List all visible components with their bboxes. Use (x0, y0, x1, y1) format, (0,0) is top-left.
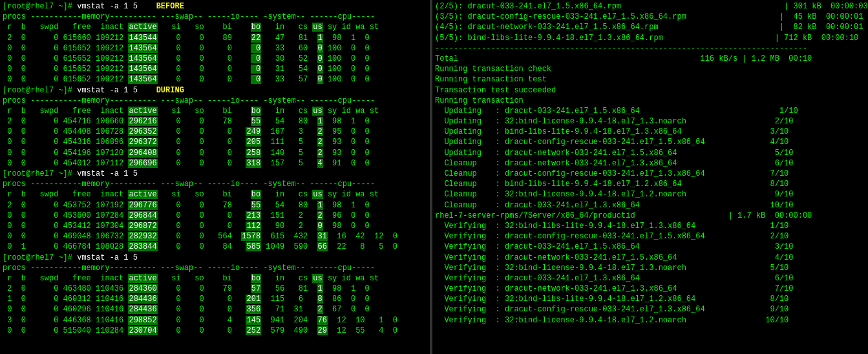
right-verify-5: Verifying : 32:bind-license-9.9.4-18.el7… (435, 263, 865, 273)
us-val: 1 (317, 284, 323, 293)
during-row-1: 2 0 0 454716 106660 296216 0 0 78 55 54 … (3, 116, 427, 127)
right-txn-check: Running transaction check (435, 64, 865, 74)
us-val: 1 (317, 117, 323, 126)
bo-val: 0 (251, 44, 261, 53)
s3-row-1: 2 0 0 453752 107192 296776 0 0 78 55 54 … (3, 200, 427, 211)
us-val: 4 (317, 159, 323, 168)
left-terminal: [root@rhel7 ~]# vmstat -a 1 5 BEFORE pro… (0, 0, 430, 354)
right-update-2: Updating : 32:bind-license-9.9.4-18.el7_… (435, 116, 865, 127)
active-val: 298852 (128, 316, 157, 325)
bo-val: 0 (251, 75, 261, 84)
right-line-2: (3/5): dracut-config-rescue-033-241.el7_… (435, 12, 865, 22)
prompt-text2: [root@rhel7 ~]# (3, 86, 77, 95)
s4-row-2: 1 0 0 460312 110416 284436 0 0 0 201 115… (3, 294, 427, 304)
prompt-text: [root@rhel7 ~]# (3, 2, 77, 11)
active-val: 284360 (128, 284, 157, 293)
us-val: 2 (317, 138, 323, 147)
active-val: 282932 (128, 232, 157, 241)
right-txn-test: Running transaction test (435, 74, 865, 85)
us-header3: us (312, 190, 323, 199)
right-terminal: (2/5): dracut-033-241.el7_1.5.x86_64.rpm… (432, 0, 868, 354)
during-row-5: 0 0 0 454012 107112 296696 0 0 0 318 157… (3, 158, 427, 169)
bo-val: 0 (251, 54, 261, 63)
right-cleanup-2: Cleanup : dracut-config-rescue-033-241.e… (435, 169, 865, 179)
right-verify-3: Verifying : dracut-033-241.el7_1.5.x86_6… (435, 242, 865, 252)
active-val: 296776 (128, 201, 157, 210)
us-val: 0 (317, 75, 323, 84)
bo-val: 258 (246, 149, 261, 158)
us-val: 76 (317, 316, 328, 325)
active-val: 296216 (128, 117, 157, 126)
prompt-text3: [root@rhel7 ~]# (3, 169, 77, 178)
bo-val: 112 (246, 222, 261, 231)
active-val: 143564 (128, 75, 157, 84)
us-val: 0 (317, 54, 323, 63)
active-header4: active (128, 274, 157, 283)
active-val: 283844 (128, 242, 157, 251)
prompt-before: [root@rhel7 ~]# vmstat -a 1 5 BEFORE (3, 1, 427, 12)
header2-4: r b swpd free inact active si so bi bo i… (3, 273, 427, 284)
before-row-2: 0 0 0 615652 109212 143564 0 0 0 0 33 60… (3, 43, 427, 54)
active-val: 296352 (128, 127, 157, 136)
header1-before: procs -----------memory---------- ---swa… (3, 12, 427, 22)
us-val: 0 (317, 65, 323, 74)
active-val: 143564 (128, 54, 157, 63)
header2-before: r b swpd free inact active si so bi bo i… (3, 22, 427, 32)
us-val: 31 (317, 232, 328, 241)
right-separator: ----------------------------------------… (435, 43, 865, 54)
bo-val: 585 (246, 242, 261, 251)
header1-4: procs -----------memory---------- ---swa… (3, 263, 427, 273)
active-val: 296844 (128, 211, 157, 220)
bo-header: bo (251, 23, 261, 32)
bo-val: 57 (251, 284, 261, 293)
active-val: 296408 (128, 149, 157, 158)
right-verify-9: Verifying : dracut-config-rescue-033-241… (435, 304, 865, 315)
bo-val: 0 (251, 65, 261, 74)
bo-val: 318 (246, 159, 261, 168)
right-update-4: Updating : dracut-config-rescue-033-241.… (435, 137, 865, 147)
right-verify-6: Verifying : dracut-033-241.el7_1.3.x86_6… (435, 273, 865, 284)
active-header: active (128, 23, 157, 32)
header1-during: procs -----------memory---------- ---swa… (3, 96, 427, 106)
right-txn-run: Running transaction (435, 96, 865, 106)
cmd-before: vmstat -a 1 5 (77, 2, 138, 11)
s3-row-3: 0 0 0 453412 107304 296872 0 0 0 112 90 … (3, 221, 427, 231)
us-val: 0 (317, 44, 323, 53)
bo-val: 55 (251, 201, 261, 210)
bo-header4: bo (251, 274, 261, 283)
right-productid: rhel-7-server-rpms/7Server/x86_64/produc… (435, 211, 865, 221)
bo-header3: bo (251, 190, 261, 199)
before-row-5: 0 0 0 615652 109212 143564 0 0 0 0 33 57… (3, 74, 427, 85)
us-val: 2 (317, 149, 323, 158)
during-row-4: 0 0 0 454196 107120 296408 0 0 0 258 140… (3, 148, 427, 158)
active-val: 143544 (128, 34, 157, 43)
us-val: 1 (317, 201, 323, 210)
active-val: 284436 (128, 295, 157, 304)
bo-val: 252 (246, 326, 261, 335)
bo-val: 201 (246, 295, 261, 304)
cmd-4: vmstat -a 1 5 (77, 253, 138, 262)
active-header3: active (128, 190, 157, 199)
s4-row-3: 0 0 0 460296 110416 284436 0 0 0 356 71 … (3, 304, 427, 315)
s4-row-4: 3 0 0 446368 110416 298852 0 0 4 145 941… (3, 315, 427, 326)
header1-3: procs -----------memory---------- ---swa… (3, 179, 427, 189)
prompt-4: [root@rhel7 ~]# vmstat -a 1 5 (3, 253, 427, 263)
s3-row-2: 0 0 0 453600 107284 296844 0 0 0 213 151… (3, 211, 427, 221)
right-update-5: Updating : dracut-network-033-241.el7_1.… (435, 148, 865, 158)
right-line-3: (4/5): dracut-network-033-241.el7_1.5.x8… (435, 22, 865, 32)
s3-row-4: 0 0 0 469048 106732 282932 0 0 564 1578 … (3, 231, 427, 242)
right-verify-8: Verifying : 32:bind-libs-lite-9.9.4-18.e… (435, 294, 865, 304)
active-val: 284436 (128, 305, 157, 314)
before-row-4: 0 0 0 615652 109212 143564 0 0 0 0 31 54… (3, 64, 427, 74)
right-verify-1: Verifying : 32:bind-libs-lite-9.9.4-18.e… (435, 221, 865, 231)
cmd-3: vmstat -a 1 5 (77, 169, 138, 178)
active-val: 230704 (128, 326, 157, 335)
label-during: DURING (156, 86, 184, 95)
right-update-3: Updating : bind-libs-lite-9.9.4-18.el7_1… (435, 127, 865, 137)
bo-header2: bo (251, 107, 261, 116)
bo-val: 145 (246, 316, 261, 325)
us-val: 66 (317, 242, 328, 251)
right-update-1: Updating : dracut-033-241.el7_1.5.x86_64… (435, 106, 865, 116)
label-before: BEFORE (156, 2, 184, 11)
active-val: 296696 (128, 159, 157, 168)
